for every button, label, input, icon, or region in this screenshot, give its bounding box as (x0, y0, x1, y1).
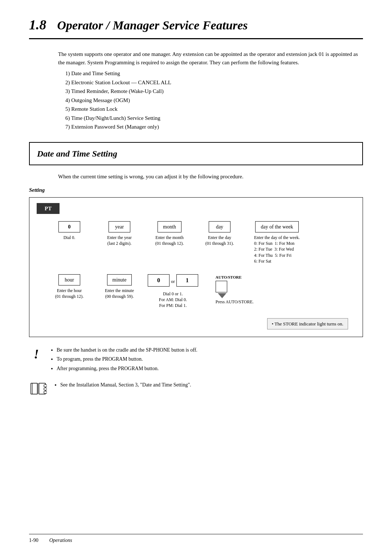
cell-dial-0: 0 Dial 0. (48, 221, 91, 240)
autostore-box (216, 281, 227, 292)
label-day: day (209, 221, 230, 232)
section-description: When the current time setting is wrong, … (58, 173, 363, 181)
intro-section: The system supports one operator and one… (58, 50, 363, 131)
desc-month: Enter the month(01 through 12). (155, 235, 184, 246)
list-item: 2) Electronic Station Lockout — CANCEL A… (65, 78, 363, 87)
note-reference-text: See the Installation Manual, Section 3, … (60, 381, 191, 389)
list-item: 4) Outgoing Message (OGM) (65, 96, 363, 105)
book-svg (29, 382, 47, 396)
setting-label: Setting (29, 186, 363, 194)
notes-section: ! Be sure the handset is on the cradle a… (29, 346, 363, 396)
svg-rect-0 (31, 383, 37, 394)
section-desc-text: When the current time setting is wrong, … (58, 173, 363, 181)
store-indicator: • The STORE indicator light turns on. (267, 318, 348, 330)
diagram-row-1: 0 Dial 0. year Enter the year(last 2 dig… (37, 221, 355, 264)
note-reference-content: See the Installation Manual, Section 3, … (54, 381, 191, 390)
section-title: Date and Time Setting (37, 149, 117, 158)
chapter-title: Operator / Manager Service Features (57, 16, 248, 35)
svg-rect-8 (44, 391, 47, 393)
label-am: 0 (148, 274, 170, 287)
page-footer: 1-90 Operations (29, 534, 363, 544)
svg-rect-6 (44, 385, 47, 387)
label-0: 0 (58, 221, 80, 232)
note-ref-list: See the Installation Manual, Section 3, … (60, 381, 191, 389)
cell-autostore: AUTO/STORE Press AUTO/STORE. (216, 274, 259, 305)
label-day-of-week: day of the week (255, 221, 298, 232)
diagram-box: PT 0 Dial 0. year Enter the year(last 2 … (29, 197, 363, 337)
autostore-label: AUTO/STORE (216, 274, 242, 280)
desc-day-of-week: Enter the day of the week.0: For Sun 1: … (254, 235, 300, 264)
note-row-reference: See the Installation Manual, Section 3, … (29, 381, 363, 396)
cell-hour: hour Enter the hour(01 through 12). (48, 274, 91, 299)
exclamation-icon: ! (29, 348, 44, 361)
list-item: 3) Timed Reminder, Remote (Wake-Up Call) (65, 87, 363, 96)
pt-header: PT (37, 203, 60, 214)
ampm-inner: 0 or 1 (148, 274, 198, 289)
desc-day: Enter the day(01 through 31). (205, 235, 234, 246)
page: 1.8 Operator / Manager Service Features … (0, 0, 392, 555)
desc-hour: Enter the hour(01 through 12). (55, 288, 83, 299)
chapter-header: 1.8 Operator / Manager Service Features (29, 15, 363, 39)
desc-autostore: Press AUTO/STORE. (216, 299, 254, 305)
or-text: or (171, 278, 175, 285)
section-box: Date and Time Setting (29, 142, 363, 165)
footer-label: Operations (49, 536, 72, 544)
list-item: 6) Time (Day/Night/Lunch) Service Settin… (65, 114, 363, 122)
footer-page-number: 1-90 (29, 536, 38, 544)
cell-ampm: 0 or 1 Dial 0 or 1.For AM: Dial 0.For PM… (148, 274, 198, 309)
note-row-exclamation: ! Be sure the handset is on the cradle a… (29, 346, 363, 374)
label-pm: 1 (176, 274, 198, 287)
note-bullet-1: To program, press the PROGRAM button. (57, 355, 197, 363)
cell-minute: minute Enter the minute(00 through 59). (98, 274, 141, 299)
book-icon (29, 382, 47, 396)
diagram-row-2: hour Enter the hour(01 through 12). minu… (37, 274, 355, 309)
chapter-number: 1.8 (29, 15, 46, 35)
label-minute: minute (107, 274, 132, 285)
list-item: 1) Date and Time Setting (65, 69, 363, 78)
cell-month: month Enter the month(01 through 12). (148, 221, 191, 246)
label-hour: hour (58, 274, 80, 285)
note-bullet-list: Be sure the handset is on the cradle and… (57, 346, 197, 373)
cell-day-of-week: day of the week Enter the day of the wee… (248, 221, 306, 264)
svg-rect-7 (44, 388, 47, 390)
intro-paragraph: The system supports one operator and one… (58, 50, 363, 66)
note-bullets: Be sure the handset is on the cradle and… (50, 346, 197, 374)
label-year: year (109, 221, 130, 232)
store-indicator-text: • The STORE indicator light turns on. (272, 321, 343, 327)
cell-day: day Enter the day(01 through 31). (198, 221, 241, 246)
list-item: 5) Remote Station Lock (65, 105, 363, 113)
desc-ampm: Dial 0 or 1.For AM: Dial 0.For PM: Dial … (159, 291, 187, 309)
desc-year: Enter the year(last 2 digits). (107, 235, 131, 246)
desc-minute: Enter the minute(00 through 59). (105, 288, 134, 299)
note-bullet-2: After programming, press the PROGRAM but… (57, 365, 197, 373)
feature-list: 1) Date and Time Setting 2) Electronic S… (65, 69, 363, 131)
note-bullet-0: Be sure the handset is on the cradle and… (57, 346, 197, 354)
list-item: 7) Extension Password Set (Manager only) (65, 123, 363, 131)
cell-year: year Enter the year(last 2 digits). (98, 221, 141, 246)
desc-0: Dial 0. (64, 235, 75, 240)
autostore-triangle (218, 293, 226, 298)
label-month: month (158, 221, 181, 232)
